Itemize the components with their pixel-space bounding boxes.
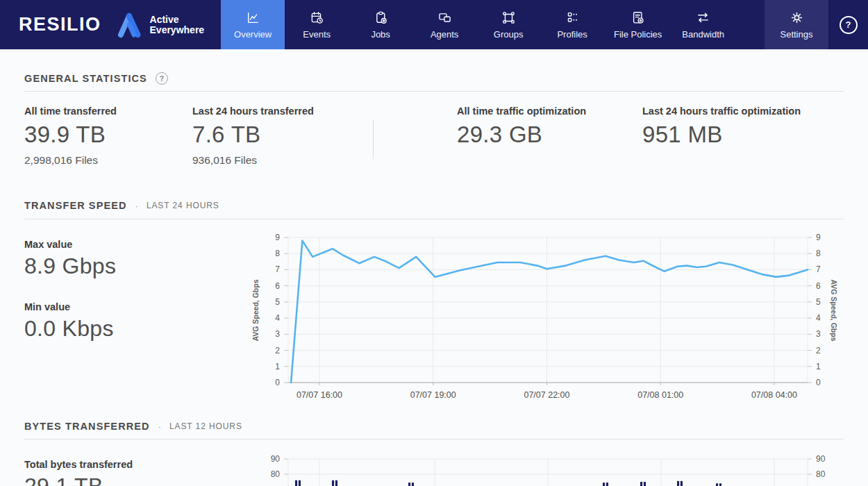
bytes-transferred-bar-chart: 90908080 [0,448,868,486]
stat-value: 29.3 GB [457,122,586,148]
stat-all-time-transferred: All time transferred 39.9 TB 2,998,016 F… [24,106,117,167]
arrows-left-right-icon [696,10,710,25]
app-window: RESILIO Active Everywhere Overview [0,0,868,486]
tab-events[interactable]: Events [285,0,349,49]
svg-text:5: 5 [816,297,821,307]
tab-profiles[interactable]: Profiles [540,0,604,49]
tab-label: Profiles [557,29,587,40]
section-subtitle: LAST 24 HOURS [147,201,219,210]
stat-all-time-optimization: All time traffic optimization 29.3 GB [457,106,586,148]
svg-text:6: 6 [275,281,280,291]
section-title: BYTES TRANSFERRED [24,421,150,432]
svg-text:8: 8 [816,249,821,258]
svg-text:07/07 19:00: 07/07 19:00 [410,390,456,400]
svg-text:3: 3 [275,329,280,339]
svg-text:07/07 16:00: 07/07 16:00 [297,390,342,400]
stat-files: 2,998,016 Files [24,154,117,167]
tab-label: Jobs [371,29,390,40]
object-group-icon [501,10,516,25]
svg-text:2: 2 [275,346,280,355]
svg-text:2: 2 [816,346,821,355]
stat-label: Last 24 hours transferred [192,106,314,117]
stat-label: Last 24 hours traffic optimization [642,106,801,117]
active-everywhere-logo-icon [115,11,144,39]
tab-agents[interactable]: Agents [412,0,476,49]
top-navbar: RESILIO Active Everywhere Overview [0,0,868,49]
stat-value: 39.9 TB [24,122,117,148]
stat-label: All time transferred [24,106,117,117]
stat-divider [373,119,374,159]
tab-bandwidth[interactable]: Bandwidth [671,0,735,49]
svg-text:4: 4 [816,313,821,323]
tab-label: Settings [781,29,813,40]
stat-value: 7.6 TB [192,122,314,148]
svg-text:1: 1 [816,362,821,371]
svg-text:80: 80 [816,469,826,479]
svg-text:7: 7 [816,265,821,274]
help-icon: ? [840,16,858,34]
list-dots-icon [565,10,580,25]
tab-label: Events [303,29,331,40]
tab-label: Groups [494,29,524,40]
stat-last-24h-transferred: Last 24 hours transferred 7.6 TB 936,016… [192,106,314,167]
svg-text:0: 0 [816,378,821,387]
resilio-wordmark: RESILIO [19,14,101,35]
svg-text:07/08 04:00: 07/08 04:00 [751,390,797,400]
svg-text:AVG Speed, Gbps: AVG Speed, Gbps [251,279,260,341]
svg-text:90: 90 [271,454,281,464]
product-name-line1: Active [150,15,205,25]
svg-text:9: 9 [816,233,821,242]
dot-separator: · [158,421,161,432]
tab-label: File Policies [614,29,662,40]
calendar-clock-icon [310,10,324,25]
stat-last-24h-optimization: Last 24 hours traffic optimization 951 M… [642,106,801,148]
bytes-transferred-header: BYTES TRANSFERRED · LAST 12 HOURS [24,421,242,432]
transfer-speed-header: TRANSFER SPEED · LAST 24 HOURS [24,200,219,211]
divider [24,219,844,219]
divider [24,91,844,92]
tab-label: Overview [234,29,272,40]
transfer-speed-line-chart: 07/07 16:0007/07 19:0007/07 22:0007/08 0… [0,229,868,407]
tab-file-policies[interactable]: File Policies [604,0,671,49]
help-button[interactable]: ? [828,0,868,49]
divider [24,439,844,439]
svg-text:80: 80 [271,469,281,479]
svg-text:5: 5 [275,297,280,307]
main-nav: Overview Events Jobs [221,0,868,49]
stat-label: All time traffic optimization [457,106,586,117]
svg-text:4: 4 [275,313,280,323]
tab-groups[interactable]: Groups [476,0,540,49]
gear-icon [790,10,804,25]
svg-text:9: 9 [275,233,280,242]
svg-text:8: 8 [275,249,280,258]
product-name-line2: Everywhere [150,25,205,35]
line-chart-icon [246,10,260,25]
product-name: Active Everywhere [150,15,205,35]
document-gear-icon [631,10,645,25]
svg-text:07/08 01:00: 07/08 01:00 [637,390,683,400]
tab-settings[interactable]: Settings [765,0,828,49]
section-title: TRANSFER SPEED [24,200,127,211]
clipboard-gear-icon [374,10,388,25]
svg-text:0: 0 [275,378,280,387]
section-subtitle: LAST 12 HOURS [169,421,242,431]
svg-text:3: 3 [816,329,821,339]
svg-text:90: 90 [816,454,826,464]
stat-value: 951 MB [642,122,801,148]
devices-icon [437,10,452,25]
section-help-icon[interactable]: ? [156,72,168,85]
svg-text:7: 7 [275,265,280,274]
tab-label: Bandwidth [682,29,724,40]
tab-jobs[interactable]: Jobs [349,0,412,49]
stat-files: 936,016 Files [192,154,314,167]
svg-text:6: 6 [816,281,821,291]
section-title: GENERAL STATISTICS [24,73,147,84]
svg-text:07/07 22:00: 07/07 22:00 [524,390,569,400]
svg-text:AVG Speed, Gbps: AVG Speed, Gbps [830,279,838,341]
tab-label: Agents [431,29,458,40]
tab-overview[interactable]: Overview [221,0,285,49]
svg-text:1: 1 [275,362,280,371]
dot-separator: · [135,201,138,211]
general-statistics-header: GENERAL STATISTICS ? [24,72,168,85]
